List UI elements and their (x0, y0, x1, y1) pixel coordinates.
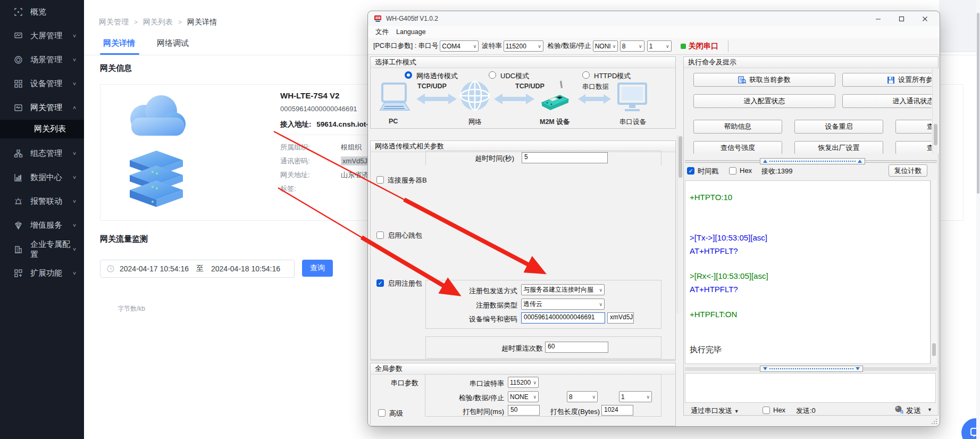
sidebar-item-configuration[interactable]: 组态管理 ∨ (0, 142, 84, 165)
sidebar-item-extension[interactable]: 扩展功能 ∨ (0, 261, 84, 285)
set-all-params-button[interactable]: 设置所有参数 (842, 73, 932, 87)
command-scrollbar-thumb[interactable] (934, 124, 937, 145)
sidebar-item-scene-mgmt[interactable]: 场景管理 ∨ (0, 48, 84, 72)
radio-httpd-label[interactable]: HTTPD模式 (594, 71, 631, 81)
window-titlebar[interactable]: WH-G405tf V1.0.2 (368, 11, 940, 26)
browser-scrollbar-thumb[interactable] (977, 13, 979, 194)
receive-log[interactable]: +HTPTO:10 >[Tx->][10:53:05][asc] AT+HTPF… (685, 180, 931, 364)
send-hex-label[interactable]: Hex (773, 406, 785, 414)
heartbeat-label[interactable]: 启用心跳包 (388, 231, 422, 241)
tab-network-debug[interactable]: 网络调试 (157, 38, 189, 48)
command-h-scrollbar[interactable] (685, 158, 937, 164)
g-parity-select[interactable]: NONE∨ (508, 391, 539, 402)
sidebar-item-value-added[interactable]: 增值服务 ∨ (0, 213, 84, 237)
pack-length-input[interactable]: 1024 (601, 405, 633, 416)
timestamp-checkbox[interactable]: ✓ (687, 167, 694, 175)
breadcrumb-item[interactable]: 网关管理 (99, 18, 129, 26)
com-port-select[interactable]: COM4∨ (440, 40, 479, 52)
send-input-area[interactable] (685, 373, 936, 403)
sidebar-item-gateway-list[interactable]: 网关列表 (0, 120, 84, 138)
reg-data-type-select[interactable]: 透传云∨ (521, 299, 605, 310)
signal-strength-button[interactable]: 查信号强度 (693, 141, 782, 154)
radio-httpd-mode[interactable] (582, 71, 590, 79)
advanced-label[interactable]: 高级 (389, 409, 403, 418)
regpack-checkbox[interactable]: ✓ (376, 279, 384, 287)
window-resize-grip[interactable] (931, 418, 937, 425)
chevron-down-icon: ∨ (72, 222, 77, 228)
send-via-serial-dropdown[interactable]: 通过串口发送 ▼ (691, 406, 739, 416)
sidebar-item-alarm-link[interactable]: 报警联动 ∨ (0, 189, 84, 213)
sidebar-item-overview[interactable]: 概览 (0, 0, 84, 24)
advanced-checkbox[interactable] (378, 409, 386, 417)
reg-send-mode-select[interactable]: 与服务器建立连接时向服∨ (521, 284, 605, 295)
recv-hex-label[interactable]: Hex (740, 167, 752, 175)
g-baud-select[interactable]: 115200∨ (508, 377, 539, 388)
send-count: 发送:0 (796, 406, 816, 416)
menu-file[interactable]: 文件 (375, 28, 389, 37)
query-button[interactable]: 查询 (302, 260, 333, 277)
date-range-picker[interactable]: 2024-04-17 10:54:16 至 2024-04-18 10:54:1… (100, 260, 295, 278)
databits-select[interactable]: 8∨ (620, 40, 644, 52)
regpack-label[interactable]: 启用注册包 (388, 279, 422, 288)
overview-icon (14, 7, 23, 16)
params-scrollbar-thumb[interactable] (679, 136, 682, 178)
maximize-button[interactable] (891, 11, 912, 26)
help-info-button[interactable]: 帮助信息 (693, 120, 782, 134)
close-button[interactable] (914, 11, 935, 26)
sidebar-item-enterprise[interactable]: 企业专属配置 ∨ (0, 237, 84, 261)
sidebar-item-device-mgmt[interactable]: 设备管理 ∨ (0, 72, 84, 96)
radio-udc-label[interactable]: UDC模式 (500, 71, 529, 81)
h-scrollbar-thumb[interactable] (760, 158, 865, 164)
sidebar-item-gateway-mgmt[interactable]: 网关管理 ∧ (0, 96, 84, 120)
get-params-button[interactable]: 获取当前参数 (693, 73, 835, 87)
g-databits-select[interactable]: 8∨ (567, 391, 598, 402)
menu-language[interactable]: Language (396, 28, 426, 36)
radio-transparent-mode[interactable] (405, 71, 412, 79)
date-to[interactable]: 2024-04-18 10:54:16 (211, 264, 280, 273)
browser-scrollbar[interactable] (976, 0, 980, 439)
log-scrollbar-thumb[interactable] (932, 343, 936, 356)
sidebar-label: 网关管理 (30, 103, 62, 113)
device-restart-button[interactable]: 设备重启 (794, 120, 883, 134)
g-pds-label: 检验/数据/停止 (441, 393, 504, 403)
enter-comm-button[interactable]: 进入通讯状态 (842, 94, 932, 108)
baud-select[interactable]: 115200∨ (504, 40, 543, 52)
sidebar-item-data-center[interactable]: 数据中心 ∨ (0, 165, 84, 189)
radio-transparent-label[interactable]: 网络透传模式 (416, 71, 458, 81)
h-scrollbar-thumb[interactable] (760, 366, 863, 372)
send-button[interactable]: 发送 (906, 406, 921, 416)
date-from[interactable]: 2024-04-17 10:54:16 (120, 264, 189, 273)
enter-config-button[interactable]: 进入配置状态 (693, 94, 835, 108)
log-h-scrollbar[interactable] (685, 366, 937, 372)
tab-gateway-detail[interactable]: 网关详情 (103, 38, 135, 48)
clipped-button-2[interactable]: 查 (895, 141, 932, 154)
minimize-button[interactable] (867, 11, 889, 26)
radio-udc-mode[interactable] (489, 71, 496, 79)
server-b-checkbox[interactable] (376, 176, 384, 184)
factory-reset-button[interactable]: 恢复出厂设置 (794, 141, 883, 154)
close-port-button[interactable]: 关闭串口 (689, 42, 718, 51)
command-area-scrollbar[interactable] (932, 69, 939, 154)
retry-input[interactable]: 60 (545, 342, 608, 353)
breadcrumb-item[interactable]: 网关列表 (143, 18, 173, 26)
pack-time-input[interactable]: 50 (508, 405, 540, 416)
send-dropdown-arrow-icon[interactable]: ▼ (927, 407, 932, 412)
clipped-button-1[interactable]: 查 (895, 120, 932, 134)
heartbeat-checkbox[interactable] (376, 231, 384, 239)
reset-counter-button[interactable]: 复位计数 (889, 164, 927, 177)
device-password-input[interactable]: xmVd5JfQ (607, 312, 634, 324)
screen: 概览 大屏管理 ∨ 场景管理 ∨ 设备管理 ∨ 网关管理 ∧ 网关列表 组态管理 (0, 0, 980, 439)
params-scrollbar[interactable] (677, 135, 683, 313)
sidebar: 概览 大屏管理 ∨ 场景管理 ∨ 设备管理 ∨ 网关管理 ∧ 网关列表 组态管理 (0, 0, 84, 439)
parity-select[interactable]: NONI∨ (593, 40, 618, 52)
timeout-input[interactable]: 5 (522, 152, 608, 163)
stopbits-select[interactable]: 1∨ (647, 40, 672, 52)
server-b-label[interactable]: 连接服务器B (388, 176, 427, 185)
recv-hex-checkbox[interactable] (729, 167, 736, 175)
send-hex-checkbox[interactable] (763, 407, 770, 414)
sidebar-item-screen-mgmt[interactable]: 大屏管理 ∨ (0, 24, 84, 48)
g-stopbits-select[interactable]: 1∨ (619, 391, 652, 402)
log-scrollbar[interactable] (931, 180, 937, 364)
device-id-input[interactable]: 00059614000000046691 (521, 312, 605, 324)
timestamp-label[interactable]: 时间戳 (698, 167, 718, 176)
